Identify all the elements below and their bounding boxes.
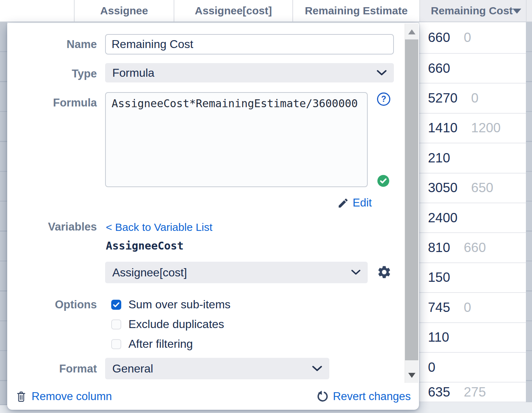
sort-desc-icon <box>513 9 521 14</box>
column-title: Assignee <box>100 5 148 17</box>
table-row[interactable]: 150 <box>419 263 526 293</box>
table-row[interactable]: 0 <box>419 353 526 383</box>
header-cell-assignee[interactable]: Assignee <box>74 0 174 22</box>
column-title: Remaining Cost <box>431 5 513 17</box>
cell-value: 660 <box>428 30 450 45</box>
edit-link-label: Edit <box>353 196 372 209</box>
cell-secondary-value: 0 <box>471 91 479 106</box>
variable-select-value: Assignee[cost] <box>112 266 187 279</box>
variable-mapping-select[interactable]: Assignee[cost] <box>105 262 368 283</box>
name-input[interactable] <box>105 34 394 54</box>
variable-settings-button[interactable] <box>377 265 392 280</box>
formula-help-icon[interactable]: ? <box>377 92 390 106</box>
checkbox-checked-icon[interactable] <box>111 300 121 310</box>
column-config-panel: Name Type Formula Variables Options Form… <box>7 23 419 410</box>
table-row[interactable]: 3050650 <box>419 174 526 203</box>
dimmed-table-right-strip <box>526 22 532 402</box>
scrollbar-thumb[interactable] <box>405 39 418 360</box>
cell-value: 3050 <box>428 180 457 195</box>
name-label: Name <box>7 38 97 51</box>
option-exclude-duplicates[interactable]: Exclude duplicates <box>111 318 224 331</box>
cell-value: 1410 <box>428 120 457 136</box>
cell-value: 210 <box>428 151 450 166</box>
edit-formula-link[interactable]: Edit <box>337 196 372 209</box>
variable-name: AssigneeCost <box>106 239 184 252</box>
cell-secondary-value: 1200 <box>471 120 500 136</box>
chevron-down-icon <box>351 270 361 275</box>
formula-valid-icon <box>377 175 389 187</box>
formula-label: Formula <box>7 96 97 109</box>
format-label: Format <box>7 362 97 375</box>
options-label: Options <box>7 298 97 311</box>
header-cell-next-clipped <box>526 0 532 22</box>
formula-textarea[interactable]: AssigneeCost*RemainingEstimate/3600000 <box>105 92 368 187</box>
table-row[interactable]: 210 <box>419 143 526 173</box>
option-label: Exclude duplicates <box>128 318 224 331</box>
remove-column-button[interactable]: Remove column <box>16 390 112 403</box>
format-select[interactable]: General <box>105 358 329 379</box>
revert-icon <box>316 390 329 403</box>
table-row[interactable]: 52700 <box>419 84 526 113</box>
cell-value: 5270 <box>428 91 457 106</box>
table-row[interactable]: 6600 <box>419 22 526 54</box>
option-sum-over-sub-items[interactable]: Sum over sub-items <box>111 298 231 311</box>
column-title: Assignee[cost] <box>195 5 272 17</box>
chevron-down-icon <box>312 366 322 372</box>
format-select-value: General <box>112 362 153 375</box>
gear-icon <box>377 265 392 280</box>
table-row[interactable]: 810660 <box>419 233 526 263</box>
panel-scrollbar[interactable] <box>405 24 418 383</box>
checkbox-unchecked-icon[interactable] <box>111 319 121 329</box>
table-row[interactable]: 635275 <box>419 383 526 402</box>
table-row[interactable]: 7450 <box>419 293 526 323</box>
cell-value: 0 <box>428 360 436 375</box>
header-cell-empty <box>0 0 74 22</box>
checkbox-unchecked-icon[interactable] <box>111 339 121 349</box>
remaining-cost-column: 6600 660 52700 14101200 210 3050650 2400… <box>419 22 526 402</box>
option-label: After filtering <box>128 337 193 351</box>
option-after-filtering[interactable]: After filtering <box>111 337 193 351</box>
cell-secondary-value: 0 <box>464 30 471 45</box>
dimmed-table-left-strip <box>0 22 7 405</box>
trash-icon <box>16 390 27 403</box>
cell-value: 810 <box>428 240 450 255</box>
revert-changes-label: Revert changes <box>333 390 411 403</box>
cell-value: 635 <box>428 385 450 400</box>
option-label: Sum over sub-items <box>128 298 231 311</box>
type-label: Type <box>7 67 97 80</box>
scrollbar-up-arrow-icon[interactable] <box>408 29 415 34</box>
cell-secondary-value: 0 <box>464 300 471 315</box>
pencil-icon <box>337 197 349 209</box>
table-row[interactable]: 110 <box>419 323 526 353</box>
type-select-value: Formula <box>112 66 154 80</box>
cell-value: 2400 <box>428 210 457 226</box>
cell-value: 745 <box>428 300 450 315</box>
header-cell-remaining-estimate[interactable]: Remaining Estimate <box>292 0 419 22</box>
scrollbar-down-arrow-icon[interactable] <box>408 373 415 378</box>
cell-value: 660 <box>428 61 450 76</box>
header-cell-assignee-cost[interactable]: Assignee[cost] <box>174 0 292 22</box>
table-header-row: Assignee Assignee[cost] Remaining Estima… <box>0 0 532 22</box>
cell-value: 150 <box>428 270 450 285</box>
table-row[interactable]: 660 <box>419 54 526 84</box>
remove-column-label: Remove column <box>32 390 112 403</box>
table-row[interactable]: 2400 <box>419 203 526 233</box>
column-title: Remaining Estimate <box>305 5 408 17</box>
type-select[interactable]: Formula <box>105 63 394 82</box>
revert-changes-button[interactable]: Revert changes <box>316 390 411 403</box>
cell-secondary-value: 660 <box>464 240 486 255</box>
variables-label: Variables <box>7 220 97 233</box>
table-row[interactable]: 14101200 <box>419 114 526 143</box>
back-to-variable-list-link[interactable]: < Back to Variable List <box>106 221 212 233</box>
cell-secondary-value: 650 <box>471 180 493 195</box>
chevron-down-icon <box>377 70 387 76</box>
cell-secondary-value: 275 <box>464 385 486 400</box>
cell-value: 110 <box>428 330 449 345</box>
header-cell-remaining-cost[interactable]: Remaining Cost <box>419 0 526 22</box>
